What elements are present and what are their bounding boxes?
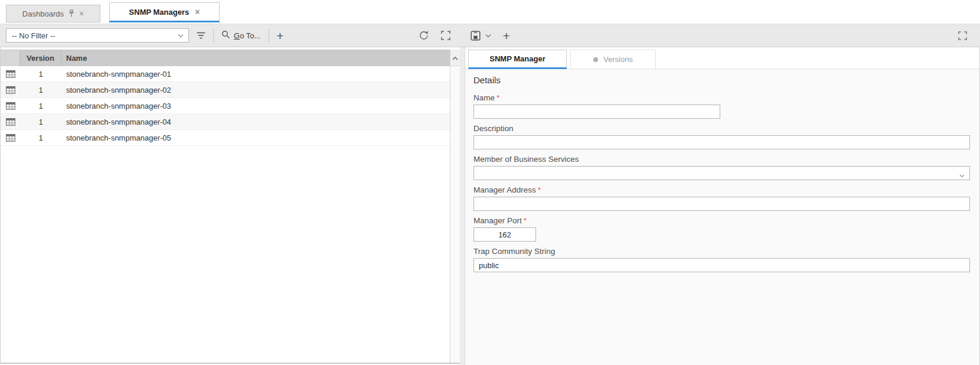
details-form: Details Name* Description Member of Busi… — [465, 69, 979, 365]
manager-port-input[interactable] — [473, 227, 536, 242]
description-label: Description — [473, 124, 970, 133]
name-input[interactable] — [473, 105, 720, 119]
business-services-select[interactable] — [473, 166, 970, 180]
list-add-button[interactable]: + — [276, 30, 283, 42]
manager-address-input[interactable] — [473, 197, 970, 211]
filter-select[interactable]: -- No Filter -- — [6, 28, 189, 43]
maximize-button[interactable] — [958, 31, 967, 40]
search-icon — [221, 30, 230, 41]
tab-snmp-managers-label: SNMP Managers — [129, 8, 190, 17]
required-marker: * — [524, 216, 527, 225]
business-services-field: Member of Business Services — [473, 155, 970, 180]
close-icon[interactable]: × — [195, 8, 200, 16]
table-grid-icon[interactable] — [1, 118, 20, 126]
manager-address-field: Manager Address* — [473, 185, 970, 211]
list-rows: 1 stonebranch-snmpmanager-01 1 stonebran… — [1, 66, 450, 146]
tab-snmp-managers[interactable]: SNMP Managers × — [109, 2, 220, 22]
row-name: stonebranch-snmpmanager-03 — [61, 102, 450, 110]
chevron-down-icon — [178, 34, 184, 38]
trap-community-field: Trap Community String — [473, 247, 970, 272]
row-name: stonebranch-snmpmanager-04 — [61, 118, 450, 126]
snmp-managers-list: Version Name 1 stonebranch-snmpmanager-0… — [0, 47, 460, 364]
tab-dashboards-label: Dashboards — [22, 9, 64, 18]
detail-new-button[interactable]: + — [503, 30, 510, 42]
description-field: Description — [473, 124, 970, 149]
application-window: Dashboards × SNMP Managers × -- No Filte… — [0, 0, 980, 365]
goto-label: Go To... — [234, 31, 260, 40]
toolbar-separator — [269, 28, 269, 43]
row-name: stonebranch-snmpmanager-05 — [61, 133, 450, 142]
table-row[interactable]: 1 stonebranch-snmpmanager-03 — [1, 98, 450, 114]
trap-community-input[interactable] — [473, 258, 970, 272]
table-grid-icon[interactable] — [1, 102, 20, 110]
expand-button[interactable] — [441, 31, 450, 40]
manager-address-label: Manager Address* — [473, 185, 970, 195]
row-version: 1 — [20, 86, 61, 94]
column-header-name[interactable]: Name — [61, 50, 450, 66]
panel-splitter[interactable] — [460, 47, 465, 365]
refresh-button[interactable] — [419, 30, 429, 41]
list-header-row: Version Name — [1, 50, 450, 66]
pin-icon[interactable] — [68, 9, 75, 18]
table-grid-icon[interactable] — [1, 86, 20, 94]
goto-button[interactable]: Go To... — [221, 30, 260, 41]
table-grid-icon[interactable] — [1, 70, 20, 78]
toolbar-separator — [213, 28, 214, 43]
required-marker: * — [538, 185, 541, 194]
table-row[interactable]: 1 stonebranch-snmpmanager-04 — [1, 114, 450, 130]
row-version: 1 — [20, 118, 61, 126]
column-header-version[interactable]: Version — [20, 50, 61, 66]
close-icon[interactable]: × — [79, 9, 84, 18]
snmp-manager-detail-panel: SNMP Manager Versions Details Name* Desc… — [465, 47, 980, 365]
scroll-up-button[interactable] — [450, 50, 460, 66]
filter-select-value: -- No Filter -- — [6, 31, 178, 40]
filter-icon[interactable] — [196, 31, 206, 40]
detail-tab-versions[interactable]: Versions — [570, 50, 656, 69]
row-name: stonebranch-snmpmanager-02 — [61, 86, 450, 94]
list-scrollbar[interactable] — [450, 50, 460, 363]
column-header-icon[interactable] — [1, 50, 20, 66]
table-row[interactable]: 1 stonebranch-snmpmanager-05 — [1, 130, 450, 146]
table-grid-icon[interactable] — [1, 134, 20, 142]
manager-port-label: Manager Port* — [473, 216, 970, 226]
table-row[interactable]: 1 stonebranch-snmpmanager-01 — [1, 66, 450, 82]
row-name: stonebranch-snmpmanager-01 — [61, 70, 450, 79]
name-label: Name* — [473, 93, 970, 103]
description-input[interactable] — [473, 135, 970, 149]
dot-icon — [593, 57, 598, 62]
tab-dashboards[interactable]: Dashboards × — [6, 5, 100, 22]
detail-tab-versions-label: Versions — [603, 55, 633, 64]
save-button[interactable] — [471, 31, 481, 41]
detail-tab-bar: SNMP Manager Versions — [465, 47, 979, 69]
manager-port-field: Manager Port* — [473, 216, 970, 242]
window-tab-bar: Dashboards × SNMP Managers × — [0, 0, 980, 24]
name-field: Name* — [473, 93, 970, 119]
list-toolbar: -- No Filter -- Go To... + — [0, 24, 980, 47]
business-services-label: Member of Business Services — [473, 155, 970, 164]
table-row[interactable]: 1 stonebranch-snmpmanager-02 — [1, 82, 450, 98]
detail-tab-snmp-manager-label: SNMP Manager — [489, 54, 545, 63]
row-version: 1 — [20, 133, 61, 142]
row-version: 1 — [20, 70, 61, 79]
required-marker: * — [496, 93, 499, 102]
trap-community-label: Trap Community String — [473, 247, 970, 256]
content-area: Version Name 1 stonebranch-snmpmanager-0… — [0, 47, 980, 365]
save-menu-chevron[interactable] — [485, 34, 491, 38]
detail-tab-snmp-manager[interactable]: SNMP Manager — [468, 50, 567, 69]
row-version: 1 — [20, 102, 61, 110]
section-title: Details — [473, 75, 970, 85]
chevron-up-icon — [452, 53, 458, 62]
